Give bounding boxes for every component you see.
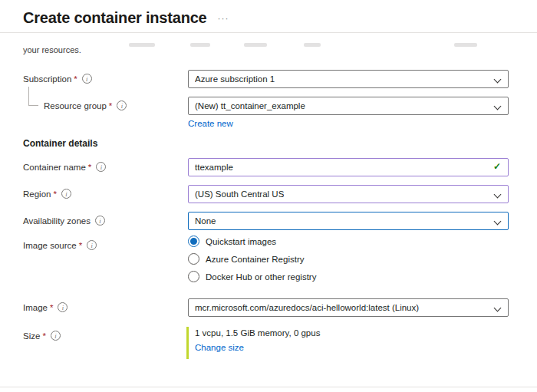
info-icon[interactable]: i: [96, 162, 106, 172]
required-marker: *: [50, 303, 53, 312]
radio-option-docker-hub[interactable]: Docker Hub or other registry: [188, 271, 316, 282]
region-value: (US) South Central US: [195, 189, 284, 199]
resource-group-value: (New) tt_container_example: [195, 101, 305, 110]
required-marker: *: [74, 74, 77, 84]
info-icon[interactable]: i: [51, 331, 61, 341]
availability-zones-value: None: [195, 216, 216, 226]
info-icon[interactable]: i: [58, 302, 68, 312]
container-name-label-row: Container name * i: [23, 162, 106, 172]
blurred-text-fragment: [244, 43, 267, 47]
image-label-row: Image * i: [23, 302, 68, 312]
radio-option-quickstart[interactable]: Quickstart images: [188, 236, 276, 247]
radio-icon: [188, 236, 199, 247]
container-name-input[interactable]: [188, 158, 509, 176]
blurred-text-fragment: [454, 43, 477, 47]
resource-group-connector: [28, 87, 38, 106]
radio-option-label: Azure Container Registry: [206, 255, 304, 264]
container-name-label: Container name: [23, 163, 86, 172]
required-marker: *: [79, 241, 82, 250]
radio-option-acr[interactable]: Azure Container Registry: [188, 253, 304, 265]
region-label: Region: [23, 189, 51, 199]
create-new-link[interactable]: Create new: [188, 119, 233, 128]
image-source-label-row: Image source * i: [23, 240, 97, 250]
radio-icon: [188, 253, 199, 265]
header-divider: [0, 32, 537, 33]
required-marker: *: [53, 189, 56, 199]
availability-zones-dropdown[interactable]: None: [188, 212, 509, 230]
valid-check-icon: ✓: [493, 161, 501, 172]
size-label-row: Size * i: [23, 331, 61, 341]
size-accent-bar: [186, 327, 189, 359]
radio-option-label: Docker Hub or other registry: [206, 272, 316, 282]
subscription-dropdown[interactable]: Azure subscription 1: [188, 70, 509, 88]
blurred-text-fragment: [190, 43, 210, 47]
blurred-text-fragment: [129, 43, 155, 47]
page-title: Create container instance ···: [23, 9, 229, 27]
change-size-link[interactable]: Change size: [195, 343, 244, 352]
blurred-text-fragment: [304, 43, 321, 47]
radio-icon: [188, 271, 199, 282]
chevron-down-icon: [494, 76, 502, 84]
subscription-label: Subscription: [23, 74, 71, 84]
footer-divider: [0, 387, 537, 387]
chevron-down-icon: [494, 305, 502, 312]
image-label: Image: [23, 303, 48, 312]
info-icon[interactable]: i: [95, 216, 105, 226]
size-label: Size: [23, 331, 40, 341]
container-details-heading: Container details: [23, 138, 97, 149]
info-icon[interactable]: i: [87, 240, 97, 250]
info-icon[interactable]: i: [61, 189, 71, 199]
image-value: mcr.microsoft.com/azuredocs/aci-hellowor…: [195, 303, 419, 312]
info-icon[interactable]: i: [82, 74, 92, 84]
resource-group-dropdown[interactable]: (New) tt_container_example: [188, 97, 509, 115]
radio-option-label: Quickstart images: [206, 237, 276, 246]
required-marker: *: [109, 101, 112, 110]
more-icon: ···: [218, 13, 229, 24]
image-source-label: Image source: [23, 241, 77, 250]
chevron-down-icon: [494, 103, 502, 110]
availability-zones-label-row: Availability zones i: [23, 216, 105, 226]
availability-zones-label: Availability zones: [23, 216, 91, 226]
region-dropdown[interactable]: (US) South Central US: [188, 185, 509, 203]
required-marker: *: [42, 331, 45, 341]
resource-group-label-row: Resource group * i: [44, 100, 127, 110]
intro-text: your resources.: [23, 45, 81, 54]
chevron-down-icon: [494, 218, 502, 226]
resource-group-label: Resource group: [44, 101, 107, 110]
image-dropdown[interactable]: mcr.microsoft.com/azuredocs/aci-hellowor…: [188, 298, 509, 317]
info-icon[interactable]: i: [117, 100, 127, 110]
chevron-down-icon: [494, 191, 502, 199]
region-label-row: Region * i: [23, 189, 71, 199]
subscription-label-row: Subscription * i: [23, 74, 92, 84]
page-title-text: Create container instance: [23, 9, 207, 27]
required-marker: *: [88, 163, 91, 172]
size-value: 1 vcpu, 1.5 GiB memory, 0 gpus: [195, 328, 320, 338]
container-name-field-wrap: ✓: [188, 158, 509, 176]
subscription-value: Azure subscription 1: [195, 74, 275, 84]
